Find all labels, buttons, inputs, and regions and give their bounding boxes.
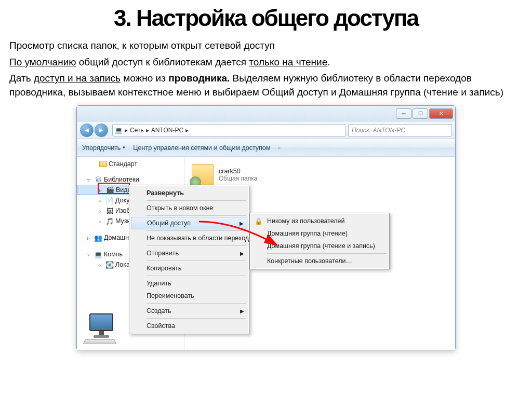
- share-submenu: 🔒Никому из пользователей Домашняя группа…: [249, 213, 390, 269]
- tree-standard[interactable]: Стандарт: [77, 159, 184, 169]
- lock-icon: 🔒: [254, 217, 264, 225]
- computer-illustration: [83, 313, 121, 346]
- tree-libraries[interactable]: ▿🏛Библиотеки: [77, 174, 184, 185]
- menu-copy[interactable]: Копировать: [131, 262, 247, 275]
- forward-button[interactable]: ►: [95, 123, 108, 137]
- text-line-2: По умолчанию общий доступ к библиотекам …: [9, 56, 516, 70]
- slide-text: Просмотр списка папок, к которым открыт …: [0, 39, 532, 99]
- explorer-window: ─ ☐ ✕ ◄ ► 💻 ▸ Сеть ▸ ANTON-PC ▸ Поиск: A…: [76, 105, 456, 350]
- menu-open-new-window[interactable]: Открыть в новом окне: [131, 202, 247, 214]
- menu-properties[interactable]: Свойства: [131, 320, 247, 332]
- menu-send[interactable]: Отправить▶: [131, 247, 247, 259]
- context-menu: Развернуть Открыть в новом окне Общий до…: [129, 185, 249, 334]
- organize-button[interactable]: Упорядочить ▼: [82, 144, 126, 152]
- text-line-1: Просмотр списка папок, к которым открыт …: [9, 39, 516, 53]
- breadcrumb-pc[interactable]: ANTON-PC: [151, 127, 183, 134]
- breadcrumb-network[interactable]: Сеть: [130, 127, 144, 134]
- network-center-button[interactable]: Центр управления сетями и общим доступом: [133, 144, 270, 152]
- navigation-bar: ◄ ► 💻 ▸ Сеть ▸ ANTON-PC ▸ Поиск: ANTON-P…: [77, 121, 455, 139]
- menu-create[interactable]: Создать▶: [131, 305, 247, 317]
- menu-share[interactable]: Общий доступ▶: [131, 217, 247, 229]
- submenu-homegroup-readwrite[interactable]: Домашняя группа (чтение и запись): [251, 240, 388, 252]
- menu-hide-nav[interactable]: Не показывать в области переходов: [131, 232, 247, 244]
- folder-type: Общая папка: [219, 175, 257, 182]
- text-line-3: Дать доступ и на запись можно из проводн…: [9, 72, 516, 99]
- close-button[interactable]: ✕: [429, 108, 453, 119]
- toolbar: Упорядочить ▼ Центр управления сетями и …: [77, 139, 455, 157]
- search-input[interactable]: Поиск: ANTON-PC: [348, 124, 452, 136]
- address-bar[interactable]: 💻 ▸ Сеть ▸ ANTON-PC ▸: [112, 124, 346, 136]
- maximize-button[interactable]: ☐: [413, 108, 428, 119]
- shared-folder-item[interactable]: crark50 Общая папка: [192, 164, 448, 186]
- submenu-homegroup-read[interactable]: Домашняя группа (чтение): [251, 227, 388, 240]
- folder-name: crark50: [219, 168, 257, 175]
- network-icon: 💻: [115, 127, 123, 134]
- slide-title: 3. Настройка общего доступа: [0, 0, 532, 39]
- menu-delete[interactable]: Удалить: [131, 277, 247, 290]
- submenu-specific-users[interactable]: Конкретные пользователи…: [251, 255, 388, 267]
- submenu-nobody[interactable]: 🔒Никому из пользователей: [251, 215, 388, 227]
- menu-expand[interactable]: Развернуть: [131, 187, 247, 199]
- back-button[interactable]: ◄: [80, 123, 94, 137]
- minimize-button[interactable]: ─: [396, 108, 411, 119]
- menu-rename[interactable]: Переименовать: [131, 290, 247, 302]
- titlebar[interactable]: ─ ☐ ✕: [77, 106, 455, 121]
- shared-folder-icon: [192, 164, 214, 186]
